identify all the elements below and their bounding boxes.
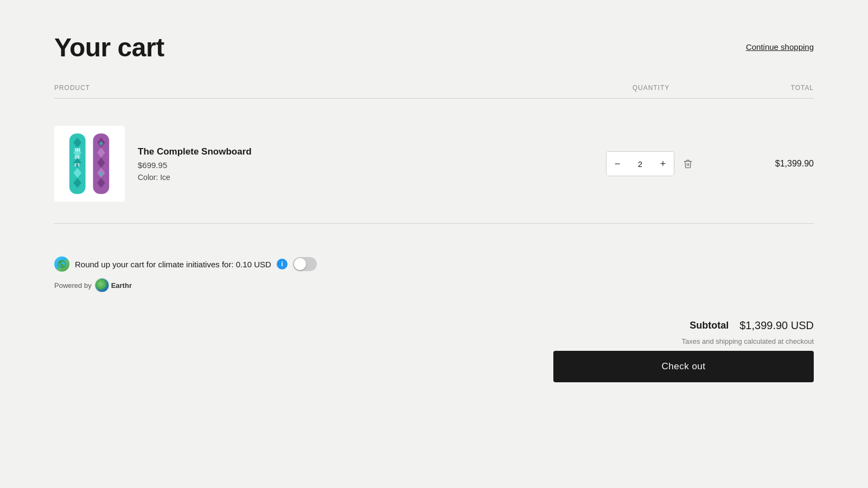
- subtotal-label: Subtotal: [690, 320, 729, 331]
- climate-section: Round up your cart for climate initiativ…: [54, 240, 814, 309]
- earthr-name: Earthr: [111, 281, 132, 290]
- continue-shopping-link[interactable]: Continue shopping: [746, 42, 814, 52]
- quantity-increase-button[interactable]: +: [652, 152, 674, 176]
- column-headers: PRODUCT QUANTITY TOTAL: [54, 84, 814, 99]
- powered-by-text: Powered by: [54, 281, 92, 290]
- item-total: $1,399.90: [705, 159, 814, 169]
- page-header: Your cart Continue shopping: [54, 33, 814, 62]
- quantity-wrapper: − 2 +: [606, 151, 674, 176]
- tax-note: Taxes and shipping calculated at checkou…: [681, 337, 814, 345]
- product-image: SH DF FY: [54, 126, 125, 202]
- subtotal-value: $1,399.90 USD: [739, 319, 814, 332]
- toggle-knob: [294, 258, 306, 270]
- quantity-decrease-button[interactable]: −: [607, 152, 628, 176]
- col-header-quantity: QUANTITY: [597, 84, 705, 92]
- svg-text:FY: FY: [74, 163, 80, 168]
- climate-info-icon[interactable]: i: [277, 259, 288, 269]
- checkout-button[interactable]: Check out: [553, 351, 814, 382]
- col-header-total: TOTAL: [705, 84, 814, 92]
- product-info: SH DF FY The Complete Snowb: [54, 126, 597, 202]
- snowboard-illustration: SH DF FY: [65, 129, 114, 199]
- climate-row: Round up your cart for climate initiativ…: [54, 256, 814, 272]
- svg-text:DF: DF: [74, 155, 80, 160]
- globe-svg: [57, 259, 67, 269]
- product-color: Color: Ice: [138, 173, 252, 182]
- svg-text:SH: SH: [74, 147, 81, 152]
- earthr-globe-icon: [95, 278, 109, 292]
- col-header-product: PRODUCT: [54, 84, 597, 92]
- subtotal-row: Subtotal $1,399.90 USD: [690, 319, 814, 332]
- globe-icon: [54, 256, 69, 272]
- remove-item-button[interactable]: [680, 156, 696, 172]
- table-row: SH DF FY The Complete Snowb: [54, 115, 814, 224]
- trash-icon: [683, 159, 693, 169]
- powered-by-row: Powered by Earthr: [54, 278, 814, 292]
- product-price: $699.95: [138, 160, 252, 170]
- quantity-value: 2: [628, 159, 652, 169]
- page-title: Your cart: [54, 33, 164, 62]
- earthr-logo: Earthr: [95, 278, 132, 292]
- summary-section: Subtotal $1,399.90 USD Taxes and shippin…: [54, 319, 814, 382]
- product-name: The Complete Snowboard: [138, 146, 252, 157]
- product-details: The Complete Snowboard $699.95 Color: Ic…: [138, 146, 252, 182]
- quantity-control: − 2 +: [597, 151, 705, 176]
- climate-toggle[interactable]: [293, 257, 317, 271]
- climate-text: Round up your cart for climate initiativ…: [75, 260, 271, 269]
